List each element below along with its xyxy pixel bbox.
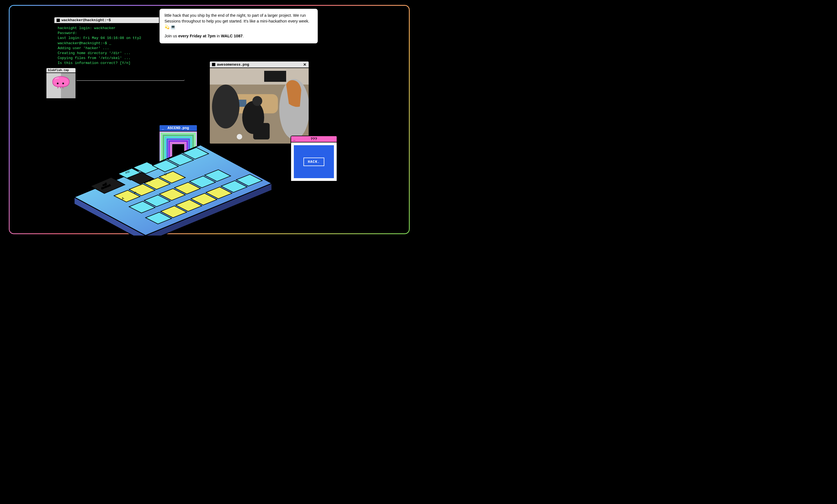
windows-icon — [57, 19, 60, 22]
blobfish-body — [47, 73, 75, 98]
info-join-line: Join us every Friday at 7pm in WALC 1087… — [164, 33, 313, 39]
info-card: little hack that you ship by the end of … — [159, 8, 318, 44]
awesomeness-window[interactable]: awesomeness.png ✕ — [209, 61, 309, 144]
terminal-title: wackhacker@hacknight:~$ — [61, 18, 111, 22]
svg-point-0 — [57, 83, 58, 84]
awesomeness-titlebar[interactable]: awesomeness.png ✕ — [210, 61, 309, 68]
hack-button[interactable]: HACK. — [303, 158, 324, 166]
hack-body: HACK. — [291, 142, 337, 181]
hack-title: ??? — [310, 137, 317, 141]
minimize-icon[interactable]: _ — [293, 137, 296, 141]
svg-point-1 — [63, 83, 64, 84]
info-paragraph: little hack that you ship by the end of … — [164, 13, 313, 30]
hack-titlebar[interactable]: _ ??? — [291, 136, 337, 142]
hack-window[interactable]: _ ??? HACK. — [290, 136, 337, 181]
close-icon[interactable]: ✕ — [303, 62, 306, 67]
blobfish-window[interactable]: blobfish.tmp — [46, 68, 76, 99]
svg-rect-4 — [264, 71, 286, 82]
svg-point-11 — [237, 134, 242, 140]
blobfish-icon — [50, 73, 72, 89]
blobfish-title: blobfish.tmp — [48, 69, 69, 72]
ascend-titlebar[interactable]: _ ASCEND.png — [160, 125, 197, 131]
awesomeness-title: awesomeness.png — [217, 62, 249, 67]
awesomeness-image — [210, 68, 309, 144]
svg-rect-12 — [253, 123, 270, 140]
windows-icon — [212, 63, 215, 66]
blobfish-titlebar[interactable]: blobfish.tmp — [47, 68, 75, 73]
keyboard-illustration: self destruct esc P U H A — [74, 142, 272, 236]
svg-point-7 — [212, 85, 239, 128]
ascend-title: ASCEND.png — [167, 126, 189, 130]
minimize-icon[interactable]: _ — [162, 126, 164, 130]
svg-point-9 — [252, 96, 262, 106]
